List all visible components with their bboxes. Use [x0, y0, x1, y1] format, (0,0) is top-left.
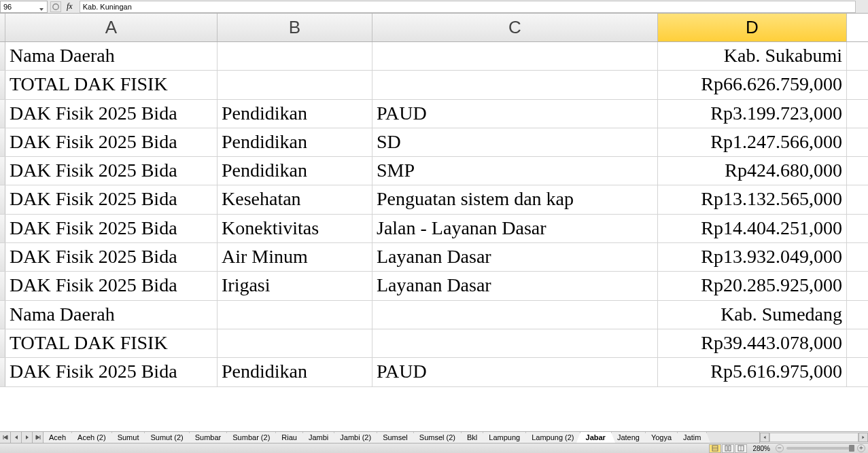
cell[interactable]: Layanan Dasar [372, 272, 658, 300]
spreadsheet-grid[interactable]: Nama DaerahKab. SukabumiTOTAL DAK FISIKR… [0, 42, 868, 431]
cell[interactable]: Pendidikan [218, 128, 372, 156]
cell[interactable]: Rp13.932.049,000 [658, 243, 847, 271]
sheet-tab[interactable]: Sumut [111, 432, 145, 443]
sheet-tab[interactable]: Lampung (2) [525, 432, 580, 443]
formula-input[interactable]: Kab. Kuningan [80, 1, 856, 13]
cell[interactable]: PAUD [372, 358, 658, 386]
tab-nav-next-icon[interactable] [22, 432, 33, 443]
cell[interactable]: TOTAL DAK FISIK [5, 71, 218, 98]
sheet-tab[interactable]: Sumsel [377, 432, 414, 443]
row-header[interactable] [0, 71, 5, 98]
zoom-slider[interactable] [786, 447, 854, 450]
cell[interactable]: Kab. Sumedang [658, 301, 847, 329]
row-header[interactable] [0, 215, 5, 242]
cell[interactable]: Nama Daerah [5, 301, 218, 329]
scroll-track[interactable] [769, 433, 858, 442]
cell[interactable] [372, 301, 658, 329]
cell[interactable]: DAK Fisik 2025 Bida [5, 272, 218, 300]
row-header[interactable] [0, 358, 5, 386]
name-box-dropdown-icon[interactable] [39, 4, 44, 10]
horizontal-scrollbar[interactable] [759, 432, 868, 443]
sheet-tab[interactable]: Jambi (2) [334, 432, 377, 443]
cell[interactable] [372, 42, 658, 70]
cell[interactable]: Pendidikan [218, 100, 372, 128]
sheet-tab[interactable]: Sumut (2) [144, 432, 189, 443]
cancel-formula-icon[interactable] [50, 1, 61, 12]
sheet-tab[interactable]: Sumsel (2) [413, 432, 462, 443]
cell[interactable]: Pendidikan [218, 358, 372, 386]
scroll-right-icon[interactable] [858, 433, 868, 442]
sheet-tab[interactable]: Lampung [483, 432, 526, 443]
cell[interactable]: Kesehatan [218, 185, 372, 213]
cell[interactable] [218, 71, 372, 98]
cell[interactable] [218, 301, 372, 329]
cell[interactable] [372, 71, 658, 98]
cell[interactable]: Kab. Sukabumi [658, 42, 847, 70]
cell[interactable]: Rp66.626.759,000 [658, 71, 847, 98]
cell[interactable]: Layanan Dasar [372, 243, 658, 271]
sheet-tab[interactable]: Sumbar [189, 432, 228, 443]
zoom-in-button[interactable]: + [857, 444, 865, 452]
zoom-level[interactable]: 280% [750, 445, 773, 452]
sheet-tab[interactable]: Jabar [580, 432, 612, 443]
col-header-B[interactable]: B [218, 14, 372, 41]
cell[interactable]: DAK Fisik 2025 Bida [5, 100, 218, 128]
cell[interactable]: Rp1.247.566,000 [658, 128, 847, 156]
cell[interactable]: Rp424.680,000 [658, 157, 847, 185]
normal-view-icon[interactable] [709, 444, 721, 453]
zoom-slider-thumb[interactable] [849, 445, 854, 452]
sheet-tab[interactable]: Jatim [677, 432, 707, 443]
page-break-view-icon[interactable] [735, 444, 747, 453]
cell[interactable]: Irigasi [218, 272, 372, 300]
cell[interactable] [218, 42, 372, 70]
cell[interactable]: Rp14.404.251,000 [658, 215, 847, 242]
cell[interactable]: Konektivitas [218, 215, 372, 242]
col-header-D[interactable]: D [658, 14, 847, 41]
cell[interactable] [218, 329, 372, 357]
cell[interactable]: Pendidikan [218, 157, 372, 185]
col-header-A[interactable]: A [5, 14, 218, 41]
cell[interactable] [372, 329, 658, 357]
cell[interactable]: DAK Fisik 2025 Bida [5, 243, 218, 271]
row-header[interactable] [0, 128, 5, 156]
cell[interactable]: PAUD [372, 100, 658, 128]
sheet-tab[interactable]: Sumbar (2) [226, 432, 276, 443]
row-header[interactable] [0, 243, 5, 271]
cell[interactable]: Rp5.616.975,000 [658, 358, 847, 386]
cell[interactable]: DAK Fisik 2025 Bida [5, 128, 218, 156]
scroll-left-icon[interactable] [760, 433, 769, 442]
name-box[interactable]: 96 [0, 1, 48, 13]
sheet-tab[interactable]: Jateng [611, 432, 646, 443]
sheet-tab[interactable]: Yogya [645, 432, 678, 443]
cell[interactable]: Rp3.199.723,000 [658, 100, 847, 128]
select-all-corner[interactable] [0, 14, 5, 41]
zoom-out-button[interactable]: − [776, 444, 784, 452]
cell[interactable]: Rp13.132.565,000 [658, 185, 847, 213]
cell[interactable]: TOTAL DAK FISIK [5, 329, 218, 357]
row-header[interactable] [0, 329, 5, 357]
cell[interactable]: DAK Fisik 2025 Bida [5, 185, 218, 213]
cell[interactable]: Penguatan sistem dan kap [372, 185, 658, 213]
cell[interactable]: Jalan - Layanan Dasar [372, 215, 658, 242]
col-header-C[interactable]: C [372, 14, 658, 41]
page-layout-view-icon[interactable] [722, 444, 734, 453]
cell[interactable]: Rp20.285.925,000 [658, 272, 847, 300]
row-header[interactable] [0, 185, 5, 213]
cell[interactable]: DAK Fisik 2025 Bida [5, 215, 218, 242]
row-header[interactable] [0, 272, 5, 300]
tab-nav-first-icon[interactable] [0, 432, 11, 443]
row-header[interactable] [0, 100, 5, 128]
tab-nav-last-icon[interactable] [33, 432, 44, 443]
cell[interactable]: DAK Fisik 2025 Bida [5, 157, 218, 185]
cell[interactable]: SMP [372, 157, 658, 185]
sheet-tab[interactable]: Jambi [302, 432, 334, 443]
row-header[interactable] [0, 42, 5, 70]
row-header[interactable] [0, 157, 5, 185]
row-header[interactable] [0, 301, 5, 329]
tab-nav-prev-icon[interactable] [11, 432, 22, 443]
cell[interactable]: DAK Fisik 2025 Bida [5, 358, 218, 386]
fx-icon[interactable]: fx [63, 1, 77, 12]
sheet-tab[interactable]: Aceh (2) [71, 432, 112, 443]
cell[interactable]: Air Minum [218, 243, 372, 271]
cell[interactable]: Nama Daerah [5, 42, 218, 70]
